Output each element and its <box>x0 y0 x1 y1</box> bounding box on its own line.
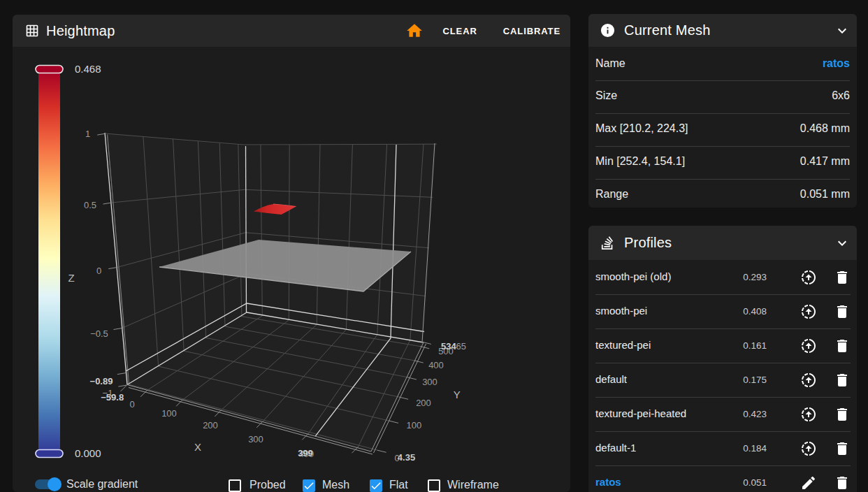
svg-text:100: 100 <box>407 420 422 430</box>
svg-text:100: 100 <box>161 408 177 419</box>
svg-text:.65: .65 <box>454 341 466 352</box>
svg-text:1: 1 <box>85 129 90 139</box>
svg-text:300: 300 <box>422 377 437 387</box>
svg-text:300: 300 <box>248 434 263 444</box>
svg-text:0.000: 0.000 <box>75 447 101 459</box>
svg-text:−59.8: −59.8 <box>101 392 124 403</box>
svg-text:Y: Y <box>454 389 461 400</box>
svg-text:400: 400 <box>428 360 444 370</box>
svg-text:200: 200 <box>416 398 431 408</box>
svg-text:X: X <box>194 441 201 453</box>
svg-text:0.468: 0.468 <box>75 63 101 75</box>
svg-text:0: 0 <box>129 399 134 410</box>
svg-text:−0.5: −0.5 <box>90 328 108 339</box>
svg-text:0.5: 0.5 <box>84 200 96 210</box>
svg-text:0: 0 <box>96 266 101 276</box>
svg-text:Z: Z <box>68 272 74 284</box>
svg-text:399: 399 <box>298 448 313 458</box>
svg-text:200: 200 <box>203 420 218 430</box>
svg-text:−0.89: −0.89 <box>90 376 113 386</box>
svg-text:4.35: 4.35 <box>398 452 415 463</box>
